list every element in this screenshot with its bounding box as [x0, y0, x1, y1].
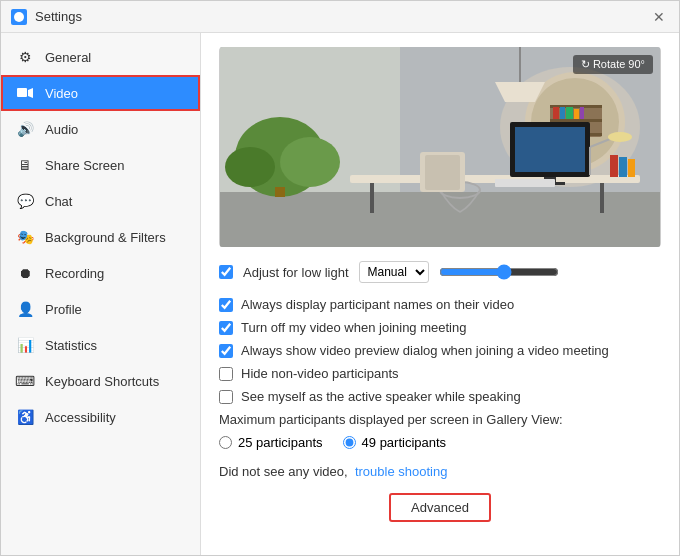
sidebar-item-accessibility[interactable]: ♿ Accessibility [1, 399, 200, 435]
adjust-low-light-label: Adjust for low light [243, 265, 349, 280]
gallery-view-label: Maximum participants displayed per scree… [219, 412, 661, 427]
radio-49: 49 participants [343, 435, 447, 450]
radio-49-input[interactable] [343, 436, 356, 449]
radio-group: 25 participants 49 participants [219, 435, 661, 456]
cb-turn-off-video-label: Turn off my video when joining meeting [241, 320, 466, 335]
cb-turn-off-video: Turn off my video when joining meeting [219, 320, 661, 335]
keyboard-icon: ⌨ [15, 371, 35, 391]
svg-rect-40 [425, 155, 460, 190]
radio-25-input[interactable] [219, 436, 232, 449]
sidebar-item-audio[interactable]: 🔊 Audio [1, 111, 200, 147]
cb-hide-non-video-label: Hide non-video participants [241, 366, 399, 381]
cb-hide-non-video: Hide non-video participants [219, 366, 661, 381]
cb-participant-names-label: Always display participant names on thei… [241, 297, 514, 312]
sidebar: ⚙ General Video 🔊 Audio 🖥 [1, 33, 201, 555]
cb-video-preview-label: Always show video preview dialog when jo… [241, 343, 609, 358]
accessibility-icon: ♿ [15, 407, 35, 427]
cb-hide-non-video-input[interactable] [219, 367, 233, 381]
brightness-slider-container [439, 264, 559, 280]
svg-rect-28 [515, 127, 585, 172]
advanced-button[interactable]: Advanced [389, 493, 491, 522]
svg-rect-14 [566, 107, 573, 119]
sidebar-item-label: General [45, 50, 91, 65]
sidebar-item-label: Recording [45, 266, 104, 281]
cb-participant-names-input[interactable] [219, 298, 233, 312]
radio-49-label: 49 participants [362, 435, 447, 450]
svg-rect-23 [275, 187, 285, 197]
svg-rect-12 [553, 107, 559, 119]
cb-active-speaker-label: See myself as the active speaker while s… [241, 389, 521, 404]
cb-video-preview-input[interactable] [219, 344, 233, 358]
sidebar-item-label: Chat [45, 194, 72, 209]
main-panel: ↻ Rotate 90° Adjust for low light Manual… [201, 33, 679, 555]
cb-participant-names: Always display participant names on thei… [219, 297, 661, 312]
svg-rect-31 [495, 179, 555, 187]
svg-rect-16 [580, 107, 584, 119]
sidebar-item-video[interactable]: Video [1, 75, 200, 111]
sidebar-item-chat[interactable]: 💬 Chat [1, 183, 200, 219]
chat-icon: 💬 [15, 191, 35, 211]
svg-rect-25 [370, 183, 374, 213]
adjust-low-light-row: Adjust for low light Manual Auto [219, 261, 661, 283]
sidebar-item-statistics[interactable]: 📊 Statistics [1, 327, 200, 363]
trouble-shooting-link[interactable]: trouble shooting [355, 464, 448, 479]
sidebar-item-label: Keyboard Shortcuts [45, 374, 159, 389]
sidebar-item-background[interactable]: 🎭 Background & Filters [1, 219, 200, 255]
video-preview: ↻ Rotate 90° [219, 47, 661, 247]
content-area: ⚙ General Video 🔊 Audio 🖥 [1, 33, 679, 555]
svg-rect-4 [220, 192, 660, 247]
sidebar-item-recording[interactable]: ⏺ Recording [1, 255, 200, 291]
sidebar-item-profile[interactable]: 👤 Profile [1, 291, 200, 327]
sidebar-item-label: Profile [45, 302, 82, 317]
sidebar-item-label: Accessibility [45, 410, 116, 425]
cb-active-speaker-input[interactable] [219, 390, 233, 404]
adjust-low-light-checkbox[interactable] [219, 265, 233, 279]
sidebar-item-keyboard-shortcuts[interactable]: ⌨ Keyboard Shortcuts [1, 363, 200, 399]
svg-point-21 [225, 147, 275, 187]
sidebar-item-label: Share Screen [45, 158, 125, 173]
video-icon [15, 83, 35, 103]
general-icon: ⚙ [15, 47, 35, 67]
profile-icon: 👤 [15, 299, 35, 319]
share-screen-icon: 🖥 [15, 155, 35, 175]
radio-25: 25 participants [219, 435, 323, 450]
svg-rect-10 [550, 119, 602, 122]
close-button[interactable]: ✕ [649, 8, 669, 26]
mode-select[interactable]: Manual Auto [359, 261, 429, 283]
svg-rect-34 [628, 159, 635, 177]
cb-video-preview: Always show video preview dialog when jo… [219, 343, 661, 358]
window-title: Settings [35, 9, 82, 24]
title-bar-left: Settings [11, 9, 82, 25]
settings-window: Settings ✕ ⚙ General Video [0, 0, 680, 556]
background-icon: 🎭 [15, 227, 35, 247]
app-icon [11, 9, 27, 25]
rotate-button[interactable]: ↻ Rotate 90° [573, 55, 653, 74]
radio-25-label: 25 participants [238, 435, 323, 450]
sidebar-item-label: Statistics [45, 338, 97, 353]
svg-rect-26 [600, 183, 604, 213]
recording-icon: ⏺ [15, 263, 35, 283]
brightness-slider[interactable] [439, 264, 559, 280]
cb-turn-off-video-input[interactable] [219, 321, 233, 335]
svg-rect-1 [17, 88, 27, 97]
cb-active-speaker: See myself as the active speaker while s… [219, 389, 661, 404]
svg-rect-13 [560, 107, 565, 119]
statistics-icon: 📊 [15, 335, 35, 355]
sidebar-item-general[interactable]: ⚙ General [1, 39, 200, 75]
title-bar: Settings ✕ [1, 1, 679, 33]
svg-rect-33 [619, 157, 627, 177]
svg-point-0 [14, 12, 24, 22]
trouble-row: Did not see any video, trouble shooting [219, 464, 661, 479]
sidebar-item-label: Audio [45, 122, 78, 137]
audio-icon: 🔊 [15, 119, 35, 139]
sidebar-item-label: Video [45, 86, 78, 101]
sidebar-item-label: Background & Filters [45, 230, 166, 245]
svg-rect-15 [574, 109, 579, 119]
trouble-text: Did not see any video, [219, 464, 348, 479]
sidebar-item-share-screen[interactable]: 🖥 Share Screen [1, 147, 200, 183]
svg-point-22 [280, 137, 340, 187]
svg-marker-2 [28, 88, 33, 98]
svg-point-37 [608, 132, 632, 142]
advanced-btn-container: Advanced [219, 493, 661, 522]
svg-rect-32 [610, 155, 618, 177]
